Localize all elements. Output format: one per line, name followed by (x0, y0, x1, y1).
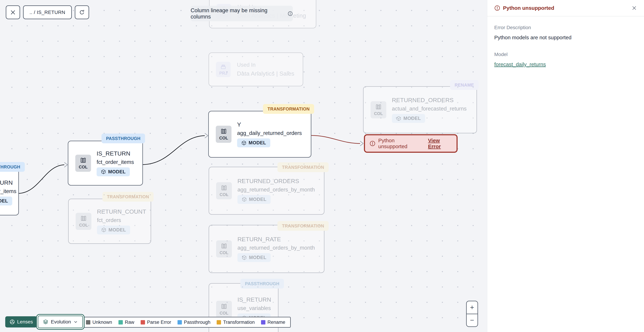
legend-item: Passthrough (178, 320, 210, 325)
model-name: agg_returned_orders_by_month (238, 245, 315, 251)
column-node-selected[interactable]: TRANSFORMATION COL Y agg_daily_returned_… (208, 111, 311, 158)
cube-icon (101, 227, 106, 233)
error-node[interactable]: Python unsupported View Error (364, 134, 458, 153)
column-icon: COL (216, 301, 232, 318)
model-name: fct_orders (97, 217, 121, 223)
column-name: IS_RETURN (0, 179, 13, 186)
model-chip: MODEL (97, 226, 130, 234)
legend-swatch (86, 320, 90, 325)
column-icon: COL (216, 240, 232, 258)
node-subtitle: Data Analytics | Sales (237, 70, 294, 77)
model-name: actual_and_forecasted_returns (392, 106, 466, 112)
column-icon: COL (76, 213, 92, 230)
refresh-icon (79, 9, 85, 15)
model-label: Model (494, 52, 637, 57)
banner-text: Column lineage may be missing columns (190, 7, 285, 20)
model-chip: MODEL (237, 138, 270, 147)
column-node-return-count[interactable]: TRANSFORMATION COL RETURN_COUNT fct_orde… (68, 199, 151, 244)
column-name: RETURNED_ORDERS (238, 178, 299, 185)
panel-title: Python unsupported (503, 5, 554, 11)
evolution-badge: TRANSFORMATION (278, 162, 329, 172)
column-name: RETURN_RATE (238, 236, 281, 243)
legend-item: Parse Error (141, 320, 171, 325)
model-chip: MODEL (238, 253, 271, 262)
breadcrumb[interactable]: .. / IS_RETURN (23, 5, 72, 19)
evolution-legend: Unknown Raw Parse Error Passthrough Tran… (80, 317, 291, 328)
evolution-badge: TRANSFORMATION (263, 104, 314, 114)
legend-item: Transformation (217, 320, 255, 325)
evolution-badge: PASSTHROUGH (0, 162, 25, 172)
close-lineage-button[interactable] (6, 5, 20, 19)
model-chip: MODEL (238, 195, 271, 204)
model-name: agg_daily_returned_orders (237, 130, 302, 136)
column-node-returned-orders-rename[interactable]: RENAME COL RETURNED_ORDERS actual_and_fo… (363, 86, 477, 133)
panel-close-button[interactable] (632, 5, 637, 11)
evolution-badge: PASSTHROUGH (102, 134, 145, 143)
column-name: RETURNED_ORDERS (392, 97, 454, 103)
evolution-badge: RENAME (450, 80, 478, 90)
zoom-out-button[interactable]: − (467, 314, 478, 327)
column-node-upstream[interactable]: PASSTHROUGH COL IS_RETURN fct_order_item… (0, 169, 19, 215)
cube-icon (241, 140, 246, 146)
lens-dropdown[interactable]: Evolution (38, 316, 83, 328)
column-icon: COL (216, 126, 232, 143)
model-name: agg_returned_orders_by_month (238, 187, 315, 193)
lens-icon (10, 319, 15, 325)
column-name: Y (237, 121, 241, 128)
node-title: Used In (237, 62, 256, 68)
info-icon[interactable] (288, 11, 293, 16)
cube-icon (242, 197, 247, 202)
model-chip: MODEL (392, 114, 425, 123)
error-description-text: Python models are not supported (494, 34, 637, 40)
legend-item: Unknown (86, 320, 112, 325)
error-description-label: Error Description (494, 25, 637, 30)
legend-swatch (178, 320, 182, 325)
canvas-toolbar: .. / IS_RETURN (6, 5, 89, 19)
column-name: IS_RETURN (96, 150, 130, 157)
model-name: fct_order_items (0, 188, 16, 194)
column-name: RETURN_COUNT (97, 208, 146, 215)
project-icon: PRJ (216, 62, 230, 77)
legend-swatch (118, 320, 123, 325)
column-name: IS_RETURN (238, 296, 271, 303)
layers-icon (43, 319, 48, 325)
lineage-warning-banner: Column lineage may be missing columns (190, 6, 293, 21)
column-node-returned-orders[interactable]: TRANSFORMATION COL RETURNED_ORDERS agg_r… (208, 167, 324, 215)
model-chip: MODEL (96, 167, 130, 176)
legend-swatch (261, 320, 266, 325)
column-node-return-rate[interactable]: TRANSFORMATION COL RETURN_RATE agg_retur… (208, 225, 324, 273)
project-node-sales[interactable]: PRJ Used In Data Analytics | Sales (208, 52, 303, 86)
column-node-is-return[interactable]: PASSTHROUGH COL IS_RETURN fct_order_item… (68, 141, 143, 186)
legend-swatch (217, 320, 221, 325)
lens-dropdown-value: Evolution (51, 319, 71, 325)
refresh-button[interactable] (75, 5, 89, 19)
lenses-button[interactable]: Lenses (5, 316, 37, 328)
evolution-badge: TRANSFORMATION (102, 192, 154, 202)
legend-swatch (141, 320, 145, 325)
model-chip: MODEL (0, 197, 12, 205)
view-error-link[interactable]: View Error (428, 138, 452, 149)
zoom-in-button[interactable]: + (467, 301, 478, 314)
lineage-canvas[interactable]: .. / IS_RETURN Column lineage may be mis… (0, 0, 487, 332)
column-icon: COL (216, 182, 232, 199)
zoom-controls: + − (466, 301, 478, 327)
legend-item: Raw (118, 320, 134, 325)
legend-item: Rename (261, 320, 285, 325)
error-node-label: Python unsupported (378, 138, 422, 149)
column-icon: COL (370, 101, 386, 118)
close-icon (10, 9, 16, 15)
model-link[interactable]: forecast_daily_returns (494, 61, 546, 67)
chevron-down-icon (74, 320, 78, 324)
model-name: fct_order_items (96, 159, 134, 165)
model-name: use_variables (238, 305, 271, 312)
alert-icon (370, 140, 376, 146)
evolution-badge: TRANSFORMATION (278, 221, 329, 231)
cube-icon (396, 116, 401, 121)
cube-icon (242, 255, 247, 260)
cube-icon (101, 169, 106, 174)
evolution-badge: PASSTHROUGH (240, 279, 284, 289)
error-detail-panel: Python unsupported Error Description Pyt… (487, 0, 644, 332)
alert-icon (494, 5, 500, 11)
column-icon: COL (75, 155, 91, 172)
